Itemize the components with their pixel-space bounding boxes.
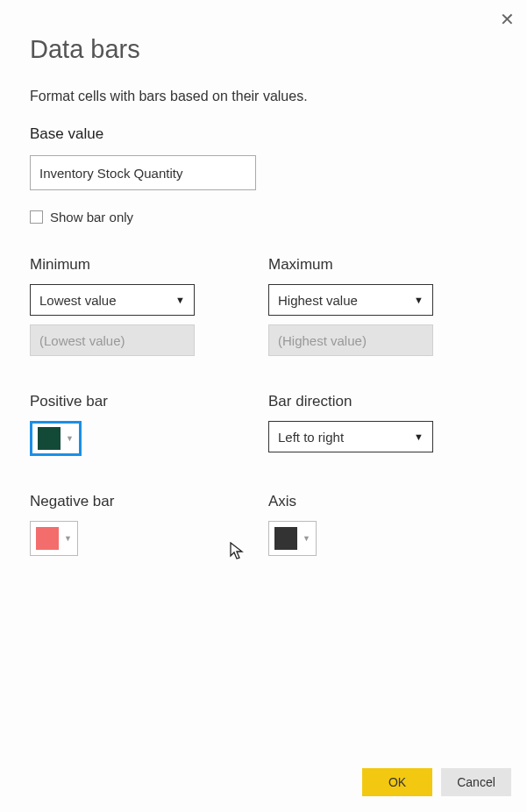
positive-bar-swatch xyxy=(38,427,61,450)
ok-button[interactable]: OK xyxy=(362,768,432,796)
bar-direction-select[interactable]: Left to right ▼ xyxy=(268,421,433,452)
maximum-value-input: (Highest value) xyxy=(268,324,433,356)
minimum-placeholder: (Lowest value) xyxy=(39,333,125,348)
dialog-subtitle: Format cells with bars based on their va… xyxy=(30,89,497,104)
negative-bar-color-picker[interactable]: ▼ xyxy=(30,521,78,556)
chevron-down-icon: ▼ xyxy=(414,431,424,442)
maximum-select-value: Highest value xyxy=(278,293,358,308)
chevron-down-icon: ▼ xyxy=(414,295,424,305)
dialog-content: Data bars Format cells with bars based o… xyxy=(0,0,527,556)
base-value-text: Inventory Stock Quantity xyxy=(39,166,182,181)
chevron-down-icon: ▼ xyxy=(303,534,310,543)
close-button[interactable]: ✕ xyxy=(500,9,515,30)
axis-swatch xyxy=(274,527,297,550)
dialog-title: Data bars xyxy=(30,35,497,64)
base-value-label: Base value xyxy=(30,125,497,143)
dialog-buttons: OK Cancel xyxy=(362,768,511,796)
axis-label: Axis xyxy=(268,493,496,510)
chevron-down-icon: ▼ xyxy=(66,434,74,443)
minimum-value-input: (Lowest value) xyxy=(30,324,195,356)
cancel-button[interactable]: Cancel xyxy=(441,768,511,796)
bar-direction-label: Bar direction xyxy=(268,393,496,410)
chevron-down-icon: ▼ xyxy=(64,534,72,543)
negative-bar-swatch xyxy=(36,527,59,550)
checkbox-box-icon xyxy=(30,210,43,224)
axis-color-picker[interactable]: ▼ xyxy=(268,521,317,556)
positive-bar-color-picker[interactable]: ▼ xyxy=(30,421,82,456)
positive-bar-label: Positive bar xyxy=(30,393,268,410)
negative-bar-label: Negative bar xyxy=(30,493,268,510)
show-bar-only-label: Show bar only xyxy=(50,210,133,224)
show-bar-only-checkbox[interactable]: Show bar only xyxy=(30,210,497,224)
maximum-select[interactable]: Highest value ▼ xyxy=(268,284,433,316)
minimum-label: Minimum xyxy=(30,256,268,274)
bar-direction-value: Left to right xyxy=(278,430,344,445)
maximum-placeholder: (Highest value) xyxy=(278,333,367,348)
base-value-field[interactable]: Inventory Stock Quantity xyxy=(30,155,256,190)
maximum-label: Maximum xyxy=(268,256,496,274)
chevron-down-icon: ▼ xyxy=(175,295,185,305)
minimum-select-value: Lowest value xyxy=(39,293,117,308)
minimum-select[interactable]: Lowest value ▼ xyxy=(30,284,195,316)
